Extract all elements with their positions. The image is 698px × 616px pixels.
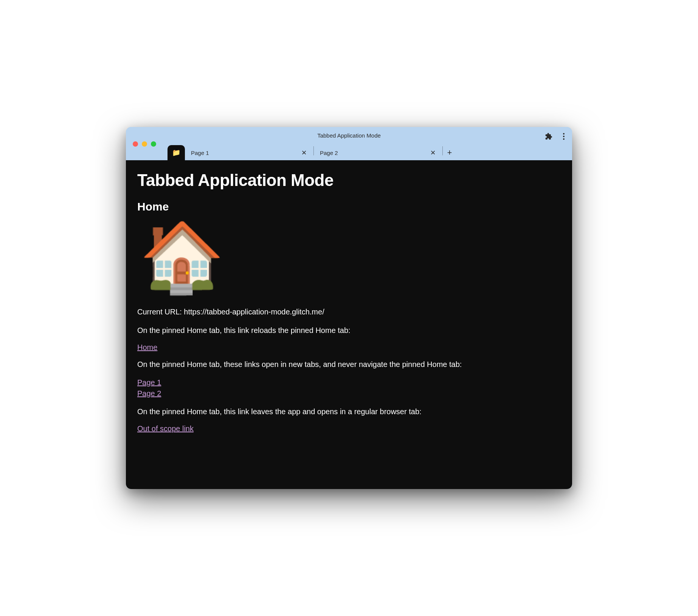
app-window: Tabbed Application Mode 📁 Page 1 ✕ Page … xyxy=(126,127,572,489)
page-content: Tabbed Application Mode Home 🏠 Current U… xyxy=(126,160,572,489)
traffic-lights xyxy=(133,141,156,147)
window-minimize-button[interactable] xyxy=(142,141,147,147)
page-1-link[interactable]: Page 1 xyxy=(137,377,561,388)
tab-page-1[interactable]: Page 1 ✕ xyxy=(185,145,313,160)
window-maximize-button[interactable] xyxy=(151,141,156,147)
current-url-text: Current URL: https://tabbed-application-… xyxy=(137,306,561,318)
window-close-button[interactable] xyxy=(133,141,138,147)
close-icon[interactable]: ✕ xyxy=(428,148,438,158)
page-title: Tabbed Application Mode xyxy=(137,171,561,190)
tab-label: Page 2 xyxy=(320,150,428,156)
window-title: Tabbed Application Mode xyxy=(317,132,381,139)
tabstrip: 📁 Page 1 ✕ Page 2 ✕ + xyxy=(126,144,572,160)
close-icon[interactable]: ✕ xyxy=(299,148,309,158)
page-2-link[interactable]: Page 2 xyxy=(137,388,561,399)
new-tab-button[interactable]: + xyxy=(443,145,456,160)
home-link[interactable]: Home xyxy=(137,343,157,351)
tab-label: Page 1 xyxy=(191,150,299,156)
more-menu-icon[interactable] xyxy=(562,132,566,141)
titlebar-right-icons xyxy=(545,132,566,141)
titlebar: Tabbed Application Mode xyxy=(126,127,572,144)
page-subtitle: Home xyxy=(137,200,561,213)
newtabs-explainer: On the pinned Home tab, these links open… xyxy=(137,359,561,370)
folder-icon: 📁 xyxy=(172,149,180,157)
out-of-scope-link[interactable]: Out of scope link xyxy=(137,424,194,433)
pinned-home-tab[interactable]: 📁 xyxy=(168,145,185,160)
house-icon: 🏠 xyxy=(140,223,561,291)
extensions-icon[interactable] xyxy=(545,133,552,140)
tab-page-2[interactable]: Page 2 ✕ xyxy=(314,145,442,160)
leave-explainer: On the pinned Home tab, this link leaves… xyxy=(137,406,561,418)
plus-icon: + xyxy=(447,148,452,158)
reload-explainer: On the pinned Home tab, this link reload… xyxy=(137,325,561,336)
